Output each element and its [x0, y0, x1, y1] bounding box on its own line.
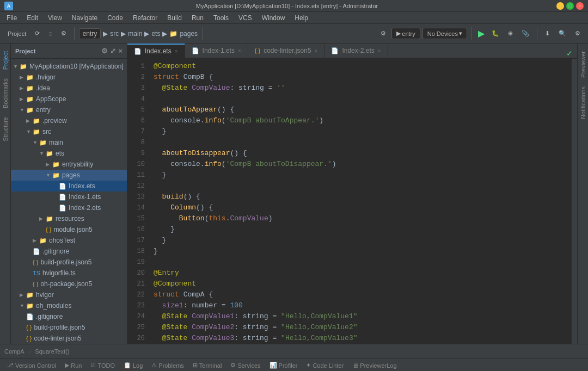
- tree-item-gitignore-entry[interactable]: 📄 .gitignore: [11, 246, 127, 257]
- tree-item-src[interactable]: ▼ 📁 src: [11, 126, 127, 137]
- tree-item-index2-ets[interactable]: 📄 Index-2.ets: [11, 202, 127, 213]
- codelinter-tab[interactable]: ✦ Code Linter: [304, 361, 346, 370]
- tree-item-idea[interactable]: ▶ 📁 .idea: [11, 83, 127, 94]
- search-button[interactable]: 🔍: [555, 28, 569, 39]
- toolbar-src-path: ▶ src ▶ main ▶ ets ▶ 📁 pages: [103, 30, 198, 38]
- terminal-tab[interactable]: ⊞ Terminal: [191, 361, 224, 370]
- project-panel-title: Project: [15, 48, 35, 54]
- tree-item-module-json5[interactable]: { } module.json5: [11, 224, 127, 235]
- tree-main-label: main: [49, 139, 63, 146]
- toolbar-sync-button[interactable]: ⟳: [32, 28, 43, 39]
- tree-item-hvigor-root[interactable]: ▶ 📁 hvigor: [11, 289, 127, 300]
- toolbar-gear-button[interactable]: ⚙: [58, 28, 70, 39]
- tree-pages-label: pages: [62, 171, 80, 179]
- tab-close-codelinter[interactable]: ×: [315, 48, 318, 54]
- tree-item-pages[interactable]: ▼ 📁 pages: [11, 170, 127, 181]
- code-content[interactable]: @Component struct CompB { @State CompVal…: [149, 59, 572, 344]
- profiler-tab[interactable]: 📊 Profiler: [267, 361, 300, 370]
- todo-tab[interactable]: ☑ TODO: [88, 361, 117, 370]
- tree-item-hvigor[interactable]: ▶ 📁 .hvigor: [11, 72, 127, 83]
- maximize-button[interactable]: □: [566, 2, 574, 10]
- window-controls[interactable]: − □ ×: [556, 2, 584, 10]
- tree-item-ohostest[interactable]: ▶ 📁 ohosTest: [11, 235, 127, 246]
- tab-icon-codelinter: { }: [255, 47, 260, 54]
- services-tab[interactable]: ⚙ Services: [228, 361, 262, 370]
- sidebar-tab-previewer[interactable]: Previewer: [578, 48, 588, 81]
- tab-close-index2[interactable]: ×: [378, 48, 381, 54]
- menu-vcs[interactable]: VCS: [234, 13, 256, 23]
- tree-item-oh-package-entry[interactable]: { } oh-package.json5: [11, 279, 127, 289]
- tree-item-main[interactable]: ▼ 📁 main: [11, 137, 127, 148]
- bottom-breadcrumb-panel: CompA › SquareText(): [0, 344, 588, 358]
- log-tab[interactable]: 📋 Log: [121, 361, 145, 370]
- sidebar-tab-structure[interactable]: Structure: [1, 114, 10, 145]
- menu-file[interactable]: File: [2, 13, 21, 23]
- minimize-button[interactable]: −: [556, 2, 564, 10]
- vcs-update-button[interactable]: ⬇: [542, 28, 553, 39]
- menu-edit[interactable]: Edit: [22, 13, 42, 23]
- attach-button[interactable]: 📎: [518, 28, 532, 39]
- close-button[interactable]: ×: [576, 2, 584, 10]
- tree-item-code-linter[interactable]: { } code-linter.json5: [11, 333, 127, 344]
- tree-item-hvigorfile-ts[interactable]: TS hvigorfile.ts: [11, 268, 127, 279]
- menu-tools[interactable]: Tools: [209, 13, 233, 23]
- tree-item-resources[interactable]: ▶ 📁 resources: [11, 213, 127, 224]
- tree-item-entryability[interactable]: ▶ 📁 entryability: [11, 159, 127, 170]
- menu-run[interactable]: Run: [187, 13, 208, 23]
- sidebar-tab-notifications[interactable]: Notifications: [578, 83, 588, 122]
- tree-item-build-profile-entry[interactable]: { } build-profile.json5: [11, 257, 127, 268]
- coverage-button[interactable]: ⊕: [505, 28, 516, 39]
- tab-index-ets[interactable]: 📄 Index.ets ×: [127, 44, 185, 58]
- code-editor[interactable]: 12345 678910 1112131415 1617181920 21222…: [127, 59, 577, 344]
- tab-close-index1[interactable]: ×: [238, 48, 241, 54]
- tree-item-preview[interactable]: ▶ 📁 .preview: [11, 115, 127, 126]
- tree-root[interactable]: ▼ 📁 MyApplication10 [MyApplication]: [11, 61, 127, 72]
- device-dropdown[interactable]: No Devices ▾: [422, 28, 467, 39]
- vcs-label: Version Control: [15, 362, 56, 369]
- tree-item-index-ets[interactable]: 📄 Index.ets: [11, 181, 127, 191]
- toolbar-gear2-button[interactable]: ⚙: [572, 28, 584, 39]
- sidebar-tab-project[interactable]: Project: [1, 48, 10, 73]
- tree-preview-label: .preview: [42, 117, 67, 125]
- toolbar-project-button[interactable]: Project: [4, 29, 29, 39]
- tab-index1-ets[interactable]: 📄 Index-1.ets ×: [185, 44, 248, 58]
- tree-item-ets[interactable]: ▼ 📁 ets: [11, 148, 127, 159]
- toolbar-settings-button[interactable]: ⚙: [377, 28, 389, 39]
- tree-item-oh-modules[interactable]: ▼ 📁 oh_modules: [11, 300, 127, 311]
- menu-navigate[interactable]: Navigate: [68, 13, 102, 23]
- previewerlog-tab[interactable]: 🖥 PreviewerLog: [350, 361, 399, 370]
- debug-button[interactable]: 🐛: [488, 28, 503, 39]
- tree-item-appscope[interactable]: ▶ 📁 AppScope: [11, 94, 127, 104]
- toolbar-tree-button[interactable]: ≡: [45, 29, 55, 39]
- tree-item-index1-ets[interactable]: 📄 Index-1.ets: [11, 191, 127, 202]
- run-button[interactable]: ▶: [476, 27, 486, 40]
- run-config-dropdown[interactable]: ▶ entry: [391, 28, 420, 39]
- panel-close-icon[interactable]: ×: [118, 47, 122, 55]
- tab-index2-ets[interactable]: 📄 Index-2.ets ×: [324, 44, 388, 58]
- terminal-icon: ⊞: [193, 362, 198, 369]
- tree-hvigorfile-ts-label: hvigorfile.ts: [42, 269, 76, 277]
- menu-view[interactable]: View: [44, 13, 66, 23]
- menu-build[interactable]: Build: [163, 13, 186, 23]
- tree-item-gitignore-root[interactable]: 📄 .gitignore: [11, 311, 127, 322]
- breadcrumb-squaretext[interactable]: SquareText(): [35, 348, 69, 355]
- panel-expand-icon[interactable]: ⤢: [110, 47, 116, 55]
- menu-code[interactable]: Code: [103, 13, 127, 23]
- problems-tab[interactable]: ⚠ Problems: [149, 361, 186, 370]
- tree-index-ets-label: Index.ets: [69, 182, 95, 190]
- toolbar-src-label: src: [110, 30, 119, 38]
- breadcrumb-compa[interactable]: CompA: [4, 348, 24, 355]
- menu-help[interactable]: Help: [290, 13, 313, 23]
- tab-code-linter[interactable]: { } code-linter.json5 ×: [248, 44, 325, 58]
- panel-gear-icon[interactable]: ⚙: [101, 47, 108, 55]
- tab-close-index[interactable]: ×: [175, 48, 178, 54]
- tree-item-entry[interactable]: ▼ 📁 entry: [11, 104, 127, 115]
- run-label: Run: [71, 362, 82, 369]
- menu-refactor[interactable]: Refactor: [128, 13, 162, 23]
- sidebar-tab-bookmarks[interactable]: Bookmarks: [1, 75, 10, 112]
- vcs-tab[interactable]: ⎇ Version Control: [4, 361, 58, 370]
- run-tab[interactable]: ▶ Run: [63, 361, 84, 370]
- vertical-scrollbar[interactable]: [572, 59, 577, 344]
- menu-window[interactable]: Window: [258, 13, 290, 23]
- tree-item-build-profile-root[interactable]: { } build-profile.json5: [11, 322, 127, 333]
